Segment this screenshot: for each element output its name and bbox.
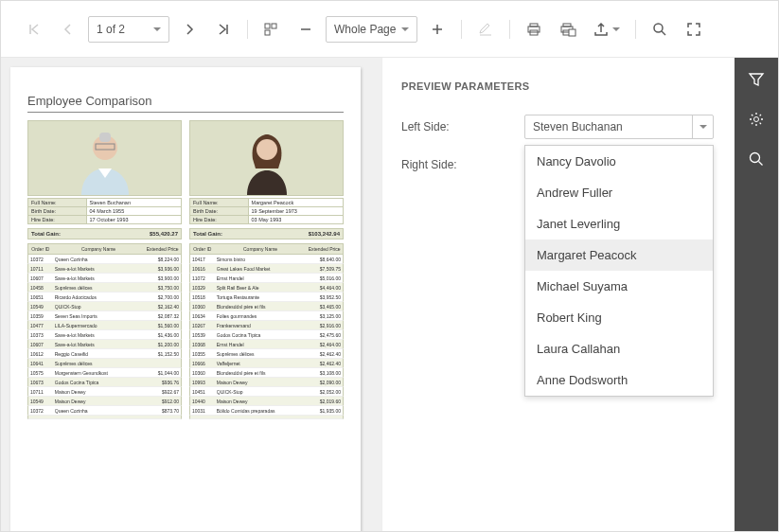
svg-point-15 — [754, 117, 759, 122]
report-left-column: Full Name:Steven Buchanan Birth Date:04 … — [27, 120, 182, 419]
dropdown-option[interactable]: Robert King — [525, 302, 713, 333]
left-side-value: Steven Buchanan — [525, 120, 630, 133]
svg-point-16 — [751, 153, 760, 163]
employee-photo — [27, 120, 182, 196]
gear-icon[interactable] — [748, 111, 765, 128]
search-icon[interactable] — [748, 151, 765, 168]
filter-icon[interactable] — [748, 71, 765, 88]
dropdown-option[interactable]: Janet Leverling — [525, 208, 713, 239]
chevron-down-icon — [401, 27, 409, 31]
parameters-panel: PREVIEW PARAMETERS Left Side: Steven Buc… — [381, 58, 735, 531]
chevron-down-icon — [612, 27, 620, 31]
table-row: 10372Queen Cozinha$8,224.00 — [27, 255, 182, 264]
svg-point-14 — [257, 139, 277, 160]
table-row: 10607Save-a-lot Markets$3,900.00 — [27, 274, 182, 283]
svg-rect-2 — [265, 30, 270, 35]
table-row: 11072Ernst Handel$5,016.00 — [189, 274, 344, 283]
multipage-button[interactable] — [257, 15, 286, 44]
table-row — [189, 416, 344, 419]
right-side-label: Right Side: — [401, 158, 524, 171]
dropdown-option[interactable]: Nancy Davolio — [525, 146, 713, 177]
table-row — [27, 416, 182, 419]
parameters-title: PREVIEW PARAMETERS — [401, 80, 716, 92]
svg-point-10 — [654, 24, 663, 32]
table-row: 10993Maison Dewey$2,090.00 — [189, 378, 344, 387]
last-page-button[interactable] — [209, 15, 238, 44]
table-row: 10368Ernst Handel$2,464.00 — [189, 340, 344, 349]
table-row: 10360Blondesddsl père et fils$3,108.00 — [189, 368, 344, 378]
table-row: 10267Frankenversand$2,916.00 — [189, 321, 344, 330]
table-row: 10673Godos Cocina Típica$936.76 — [27, 378, 182, 387]
highlight-button[interactable] — [471, 15, 500, 44]
table-row: 10451QUICK-Stop$2,052.00 — [189, 387, 344, 397]
svg-rect-1 — [272, 24, 276, 28]
fullscreen-button[interactable] — [680, 15, 708, 44]
zoom-display: Whole Page — [334, 23, 396, 36]
svg-rect-0 — [265, 24, 270, 28]
table-row: 10666Vaffeljernet$2,462.40 — [189, 359, 344, 368]
prev-page-button[interactable] — [54, 15, 82, 44]
table-row: 10329Split Rail Beer & Ale$4,464.00 — [189, 283, 344, 293]
table-row: 10575Morgenstern Gesundkost$1,044.00 — [27, 368, 182, 378]
table-row: 10477LILA-Supermercado$1,560.00 — [27, 321, 182, 330]
table-row: 10539Godos Cocina Típica$2,475.60 — [189, 330, 344, 340]
table-row: 10549Maison Dewey$912.00 — [27, 397, 182, 406]
dropdown-option[interactable]: Michael Suyama — [525, 271, 713, 302]
toolbar: 1 of 2 Whole Page — [1, 1, 778, 58]
page-selector[interactable]: 1 of 2 — [88, 16, 169, 43]
print-page-button[interactable] — [554, 15, 582, 44]
table-row: 10355Suprêmes délices$2,462.40 — [189, 349, 344, 359]
left-side-select[interactable]: Steven Buchanan — [524, 115, 714, 139]
table-row: 10518Tortuga Restaurante$3,952.50 — [189, 293, 344, 302]
employee-photo — [189, 120, 344, 196]
table-row: 10711Save-a-lot Markets$3,936.00 — [27, 264, 182, 274]
search-button[interactable] — [646, 15, 674, 44]
export-button[interactable] — [588, 15, 626, 44]
table-row: 10458Suprêmes délices$3,750.00 — [27, 283, 182, 293]
next-page-button[interactable] — [175, 15, 204, 44]
dropdown-option[interactable]: Andrew Fuller — [525, 177, 713, 208]
table-row: 10373Save-a-lot Markets$1,436.00 — [27, 330, 182, 340]
table-row: 10359Seven Seas Imports$2,087.32 — [27, 311, 182, 321]
table-row: 10417Simons bistro$8,640.00 — [189, 255, 344, 264]
table-row: 10634Folies gourmandes$3,125.00 — [189, 311, 344, 321]
table-row: 10549QUICK-Stop$2,162.40 — [27, 302, 182, 311]
first-page-button[interactable] — [20, 15, 48, 44]
left-side-label: Left Side: — [401, 120, 524, 133]
right-side-dropdown[interactable]: Nancy DavolioAndrew FullerJanet Leverlin… — [524, 145, 714, 397]
table-row: 10612Reggio Caseifid$1,152.50 — [27, 349, 182, 359]
table-row: 10607Save-a-lot Markets$1,200.00 — [27, 340, 182, 349]
print-button[interactable] — [520, 15, 548, 44]
zoom-out-button[interactable] — [292, 15, 320, 44]
table-row: 10440Maison Dewey$2,019.60 — [189, 397, 344, 406]
svg-rect-9 — [569, 29, 575, 36]
report-page: Employee Comparison Full Name:Steven Buc… — [10, 67, 361, 531]
chevron-down-icon — [699, 125, 707, 129]
table-row: 10372Queen Cozinha$873.70 — [27, 406, 182, 416]
table-row: 10651Ricardo Adocicados$2,700.00 — [27, 293, 182, 302]
svg-rect-12 — [99, 133, 111, 142]
zoom-in-button[interactable] — [423, 15, 451, 44]
zoom-selector[interactable]: Whole Page — [326, 16, 417, 43]
table-row: 10616Great Lakes Food Market$7,509.75 — [189, 264, 344, 274]
report-title: Employee Comparison — [27, 94, 344, 108]
chevron-down-icon — [153, 27, 161, 31]
table-row: 10641Suprêmes délices — [27, 359, 182, 368]
table-row: 10031Bólido Comidas preparadas$1,935.00 — [189, 406, 344, 416]
dropdown-option[interactable]: Laura Callahan — [525, 333, 713, 364]
table-row: 10711Maison Dewey$922.67 — [27, 387, 182, 397]
page-display: 1 of 2 — [97, 23, 125, 36]
table-row: 10360Blondesddsl père et fils$3,465.00 — [189, 302, 344, 311]
dropdown-option[interactable]: Margaret Peacock — [525, 239, 713, 271]
report-right-column: Full Name:Margaret Peacock Birth Date:19… — [189, 120, 344, 419]
right-sidebar — [735, 58, 778, 531]
dropdown-option[interactable]: Anne Dodsworth — [525, 364, 713, 396]
document-preview[interactable]: Employee Comparison Full Name:Steven Buc… — [1, 58, 381, 531]
